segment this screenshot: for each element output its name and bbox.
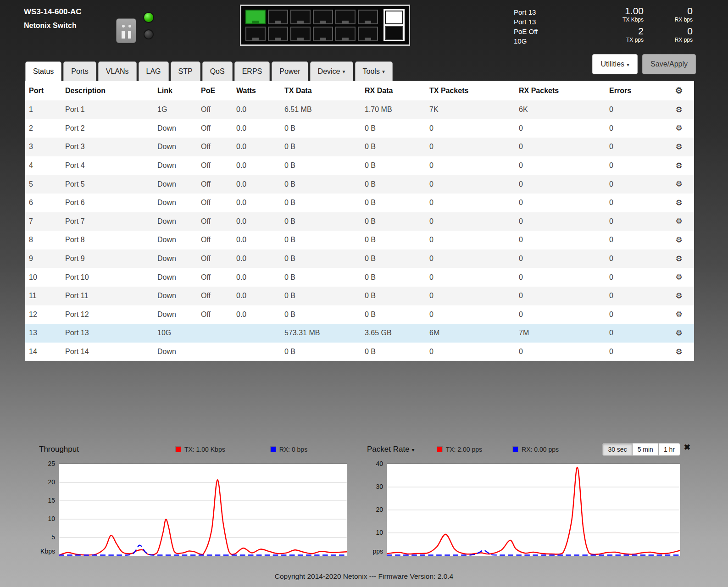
- row-settings[interactable]: ⚙: [664, 310, 694, 319]
- gear-icon[interactable]: ⚙: [675, 310, 682, 319]
- device-product: Netonix Switch: [24, 20, 82, 31]
- cell-port: 14: [25, 348, 61, 356]
- table-row[interactable]: 14 Port 14 Down 0 B 0 B 0 0 0 ⚙: [25, 343, 694, 361]
- gear-icon[interactable]: ⚙: [675, 180, 682, 188]
- packet-rate-title-dropdown[interactable]: Packet Rate▾: [367, 445, 415, 454]
- row-settings[interactable]: ⚙: [664, 254, 694, 264]
- tab-lag[interactable]: LAG: [139, 61, 169, 81]
- tab-qos[interactable]: QoS: [202, 61, 233, 81]
- tab-tools[interactable]: Tools▾: [355, 61, 393, 81]
- row-settings[interactable]: ⚙: [664, 216, 694, 226]
- table-row[interactable]: 7 Port 7 Down Off 0.0 0 B 0 B 0 0 0 ⚙: [25, 212, 694, 231]
- sfp-port-14[interactable]: [385, 26, 403, 40]
- row-settings[interactable]: ⚙: [664, 123, 694, 133]
- rj45-port-black[interactable]: [290, 27, 311, 41]
- cell-tx-packets: 0: [426, 180, 515, 188]
- cell-description: Port 12: [61, 310, 154, 319]
- row-settings[interactable]: ⚙: [664, 235, 694, 245]
- rj45-port-black[interactable]: [358, 27, 378, 41]
- row-settings[interactable]: ⚙: [664, 142, 694, 152]
- table-row[interactable]: 12 Port 12 Down Off 0.0 0 B 0 B 0 0 0 ⚙: [25, 305, 694, 324]
- table-row[interactable]: 5 Port 5 Down Off 0.0 0 B 0 B 0 0 0 ⚙: [25, 175, 694, 194]
- rj45-port-black[interactable]: [313, 27, 333, 41]
- gear-icon[interactable]: ⚙: [675, 292, 682, 300]
- gear-icon[interactable]: ⚙: [675, 199, 682, 207]
- rj45-port-green[interactable]: [245, 10, 266, 24]
- gear-icon[interactable]: ⚙: [675, 273, 682, 282]
- rj45-port-black[interactable]: [268, 10, 288, 24]
- gear-icon[interactable]: ⚙: [675, 124, 682, 133]
- table-row[interactable]: 4 Port 4 Down Off 0.0 0 B 0 B 0 0 0 ⚙: [25, 156, 694, 175]
- gear-icon[interactable]: ⚙: [675, 255, 682, 263]
- tab-stp[interactable]: STP: [171, 61, 200, 81]
- utilities-button[interactable]: Utilities▾: [592, 54, 638, 74]
- gear-icon[interactable]: ⚙: [675, 105, 682, 114]
- range-30sec-button[interactable]: 30 sec: [602, 443, 632, 456]
- col-header-rx-data: RX Data: [361, 87, 426, 95]
- cell-poe: Off: [197, 236, 233, 244]
- row-settings[interactable]: ⚙: [664, 328, 694, 338]
- rj45-port-black[interactable]: [268, 27, 288, 41]
- table-row[interactable]: 8 Port 8 Down Off 0.0 0 B 0 B 0 0 0 ⚙: [25, 231, 694, 249]
- tab-device[interactable]: Device▾: [310, 61, 353, 81]
- gear-icon[interactable]: ⚙: [675, 236, 682, 244]
- gear-icon[interactable]: ⚙: [675, 217, 682, 226]
- throughput-plot: [59, 464, 347, 556]
- cell-port: 5: [25, 180, 61, 188]
- row-settings[interactable]: ⚙: [664, 272, 694, 282]
- table-row[interactable]: 9 Port 9 Down Off 0.0 0 B 0 B 0 0 0 ⚙: [25, 249, 694, 268]
- table-row[interactable]: 3 Port 3 Down Off 0.0 0 B 0 B 0 0 0 ⚙: [25, 138, 694, 156]
- legend-tx-swatch: [437, 446, 443, 452]
- gear-icon[interactable]: ⚙: [675, 348, 682, 356]
- row-settings[interactable]: ⚙: [664, 347, 694, 357]
- gear-icon[interactable]: ⚙: [675, 161, 682, 170]
- tab-status[interactable]: Status: [25, 61, 61, 81]
- range-5min-button[interactable]: 5 min: [632, 443, 659, 456]
- cell-rx-packets: 0: [515, 292, 606, 300]
- tab-power[interactable]: Power: [272, 61, 308, 81]
- rj45-port-black[interactable]: [245, 27, 266, 41]
- table-row[interactable]: 13 Port 13 10G 573.31 MB 3.65 GB 6M 7M 0…: [25, 324, 694, 343]
- row-settings[interactable]: ⚙: [664, 161, 694, 171]
- cell-rx-data: 0 B: [361, 348, 426, 356]
- gear-icon[interactable]: ⚙: [675, 86, 683, 95]
- cell-errors: 0: [606, 236, 664, 244]
- close-charts-icon[interactable]: ✖: [684, 443, 690, 452]
- row-settings[interactable]: ⚙: [664, 291, 694, 301]
- rj45-port-black[interactable]: [335, 10, 356, 24]
- cell-tx-packets: 0: [426, 199, 515, 207]
- gear-icon[interactable]: ⚙: [675, 143, 682, 151]
- rj45-port-black[interactable]: [290, 10, 311, 24]
- cell-watts: 0.0: [233, 236, 281, 244]
- tab-erps[interactable]: ERPS: [234, 61, 270, 81]
- sfp-module: [383, 9, 405, 41]
- caret-down-icon: ▾: [382, 68, 385, 75]
- table-row[interactable]: 6 Port 6 Down Off 0.0 0 B 0 B 0 0 0 ⚙: [25, 194, 694, 212]
- table-row[interactable]: 2 Port 2 Down Off 0.0 0 B 0 B 0 0 0 ⚙: [25, 119, 694, 138]
- tab-vlans[interactable]: VLANs: [98, 61, 137, 81]
- main-tab-bar: Status Ports VLANs LAG STP QoS ERPS Powe…: [25, 61, 395, 81]
- cell-errors: 0: [606, 255, 664, 263]
- table-row[interactable]: 1 Port 1 1G Off 0.0 6.51 MB 1.70 MB 7K 6…: [25, 100, 694, 119]
- chart-line-tx: [387, 467, 680, 554]
- selected-port-name: Port 13: [514, 7, 538, 17]
- time-range-group: 30 sec 5 min 1 hr: [602, 443, 680, 456]
- row-settings[interactable]: ⚙: [664, 198, 694, 208]
- rj45-port-black[interactable]: [313, 10, 333, 24]
- range-1hr-button[interactable]: 1 hr: [658, 443, 680, 456]
- table-row[interactable]: 10 Port 10 Down Off 0.0 0 B 0 B 0 0 0 ⚙: [25, 268, 694, 287]
- table-settings-gear[interactable]: ⚙: [664, 85, 694, 96]
- tab-ports[interactable]: Ports: [63, 61, 96, 81]
- cell-description: Port 3: [61, 143, 154, 151]
- sfp-port-13[interactable]: [385, 11, 403, 24]
- cell-watts: 0.0: [233, 124, 281, 133]
- cell-tx-data: 0 B: [281, 348, 361, 356]
- cell-errors: 0: [606, 273, 664, 282]
- rj45-port-black[interactable]: [335, 27, 356, 41]
- gear-icon[interactable]: ⚙: [675, 329, 682, 338]
- row-settings[interactable]: ⚙: [664, 105, 694, 115]
- table-row[interactable]: 11 Port 11 Down Off 0.0 0 B 0 B 0 0 0 ⚙: [25, 287, 694, 305]
- save-apply-button[interactable]: Save/Apply: [642, 54, 696, 74]
- row-settings[interactable]: ⚙: [664, 179, 694, 189]
- rj45-port-black[interactable]: [358, 10, 378, 24]
